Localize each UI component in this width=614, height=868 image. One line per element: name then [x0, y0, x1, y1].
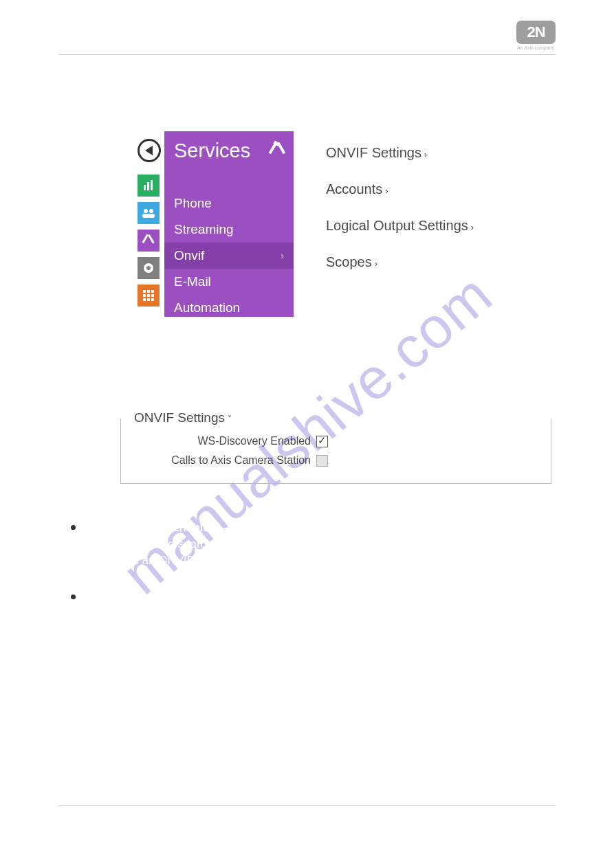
- svg-rect-15: [147, 294, 150, 297]
- menu-item-email[interactable]: E-Mail: [164, 269, 294, 295]
- bullet-dot-icon: [71, 594, 76, 599]
- link-onvif-settings[interactable]: ONVIF Settings›: [326, 145, 474, 161]
- sidebar-tile-column: [138, 175, 160, 307]
- back-button[interactable]: [138, 139, 161, 162]
- link-label: ONVIF Settings: [326, 145, 421, 160]
- svg-rect-2: [151, 180, 153, 190]
- link-label: Accounts: [326, 181, 382, 197]
- users-tile[interactable]: [138, 202, 160, 224]
- svg-rect-12: [147, 290, 150, 293]
- services-tile[interactable]: [138, 230, 160, 252]
- link-scopes[interactable]: Scopes›: [326, 254, 474, 270]
- svg-rect-11: [143, 290, 146, 293]
- svg-rect-17: [143, 298, 146, 301]
- svg-rect-16: [151, 294, 154, 297]
- bullet-ws-discovery: WS-Discovery Enabled – enable the WS-Dis…: [71, 520, 556, 568]
- link-label: Logical Output Settings: [326, 218, 468, 233]
- settings-tile[interactable]: [138, 257, 160, 279]
- svg-rect-7: [142, 234, 149, 243]
- menu-item-onvif[interactable]: Onvif ›: [164, 243, 294, 269]
- page-header-rule: 2N An Axis company: [58, 21, 556, 55]
- svg-rect-14: [143, 294, 146, 297]
- menu-label: Automation: [174, 300, 240, 315]
- brand-logo-text: 2N: [527, 23, 545, 41]
- chevron-right-icon: ›: [375, 258, 377, 269]
- axis-camera-station-checkbox[interactable]: [316, 455, 328, 467]
- gear-icon: [142, 261, 155, 275]
- brand-logo: 2N: [516, 21, 556, 44]
- chevron-right-icon: ›: [471, 222, 474, 232]
- ws-discovery-checkbox[interactable]: [316, 436, 328, 447]
- footer-rule: [58, 805, 556, 806]
- bullet-dot-icon: [71, 525, 76, 530]
- menu-label: Onvif: [174, 248, 204, 263]
- users-icon: [142, 206, 155, 220]
- chevron-right-icon: ›: [385, 186, 388, 196]
- svg-rect-0: [144, 185, 146, 190]
- apps-tile[interactable]: [138, 285, 160, 307]
- svg-rect-19: [151, 298, 154, 301]
- bars-icon: [142, 179, 155, 192]
- bullet-desc: – enable calls to the Axis Camera Statio…: [248, 590, 496, 603]
- svg-point-3: [144, 209, 148, 213]
- svg-rect-13: [151, 290, 154, 293]
- tools-icon: [142, 234, 155, 247]
- services-panel: Services Phone Streaming Onvif › E-Mail …: [164, 131, 294, 317]
- svg-rect-8: [148, 234, 155, 244]
- menu-item-streaming[interactable]: Streaming: [164, 216, 294, 243]
- dashboard-tile[interactable]: [138, 175, 160, 197]
- menu-item-phone[interactable]: Phone: [164, 190, 294, 216]
- bullet-axis-camera-station: Calls to Axis Camera Station – enable ca…: [71, 589, 556, 605]
- bullet-term: Calls to Axis Camera Station: [89, 590, 248, 603]
- ws-discovery-label: WS-Discovery Enabled: [131, 435, 316, 447]
- chevron-right-icon: ›: [281, 250, 284, 261]
- svg-rect-1: [147, 182, 149, 190]
- bullet-term: WS-Discovery Enabled: [89, 521, 217, 534]
- brand-logo-subtext: An Axis company: [517, 45, 554, 50]
- svg-rect-18: [147, 298, 150, 301]
- svg-point-10: [146, 266, 151, 270]
- list-of-parameters-heading: List of Parameters: [58, 380, 556, 397]
- chevron-down-icon: ˅: [228, 414, 232, 424]
- link-logical-output-settings[interactable]: Logical Output Settings›: [326, 218, 474, 234]
- axis-camera-station-label: Calls to Axis Camera Station: [131, 454, 316, 467]
- menu-label: E-Mail: [174, 274, 211, 289]
- svg-rect-6: [148, 214, 155, 218]
- menu-label: Streaming: [174, 222, 234, 236]
- group-title-label: ONVIF Settings: [134, 410, 225, 425]
- footer-page-number: 78 / 126: [520, 816, 556, 827]
- menu-label: Phone: [174, 196, 212, 210]
- grid-icon: [142, 289, 155, 302]
- hammer-wrench-icon: [267, 141, 287, 160]
- svg-point-4: [149, 209, 153, 213]
- services-onvif-ui: Services Phone Streaming Onvif › E-Mail …: [138, 131, 556, 317]
- section-heading: 3.2.4.5 ONVIF: [58, 91, 556, 112]
- back-arrow-icon: [145, 146, 153, 155]
- footer-doc-title: 2N® Indoor Compact Configuration Manual: [58, 816, 243, 827]
- link-label: Scopes: [326, 254, 372, 269]
- link-accounts[interactable]: Accounts›: [326, 181, 474, 197]
- menu-item-automation[interactable]: Automation: [164, 295, 294, 321]
- onvif-settings-group: WS-Discovery Enabled Calls to Axis Camer…: [120, 419, 551, 484]
- chevron-right-icon: ›: [424, 149, 427, 159]
